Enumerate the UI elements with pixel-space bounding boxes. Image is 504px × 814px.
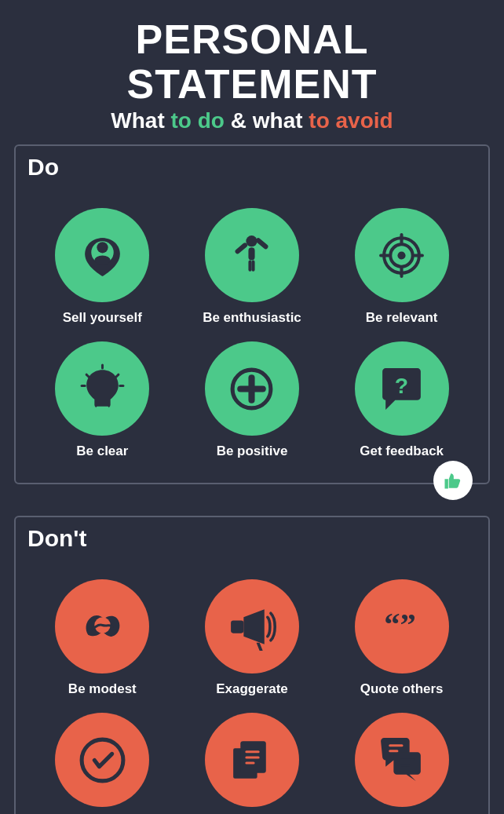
list-item: Be enthusiastic <box>181 208 323 326</box>
svg-rect-34 <box>246 750 260 753</box>
be-modest-icon <box>55 579 149 673</box>
list-item: Be relevant <box>331 208 473 326</box>
list-item: Leave it late <box>31 713 173 814</box>
sell-yourself-icon <box>55 208 149 302</box>
svg-rect-10 <box>255 237 269 250</box>
dont-section-title: Don't <box>27 525 94 552</box>
svg-rect-37 <box>389 744 403 746</box>
subtitle-avoid: to avoid <box>309 108 393 133</box>
leave-it-late-icon <box>55 713 149 807</box>
quote-others-label: Quote others <box>360 681 444 697</box>
thumbs-up-badge <box>433 461 473 500</box>
svg-point-3 <box>97 242 108 253</box>
svg-point-13 <box>398 251 406 259</box>
be-positive-label: Be positive <box>217 444 288 459</box>
be-positive-icon <box>205 341 299 436</box>
svg-rect-26 <box>238 385 267 392</box>
list-item: Worry <box>331 713 473 814</box>
svg-rect-7 <box>249 260 252 271</box>
subtitle-todo: to do <box>171 108 225 133</box>
svg-rect-39 <box>400 758 415 761</box>
svg-line-21 <box>86 374 89 377</box>
list-item: ? Get feedback <box>331 341 473 459</box>
list-item: Copy & paste <box>181 713 323 814</box>
be-relevant-label: Be relevant <box>366 310 438 326</box>
svg-rect-9 <box>235 242 249 254</box>
get-feedback-label: Get feedback <box>360 444 444 459</box>
copy-paste-icon <box>205 713 299 807</box>
subtitle-what: What <box>111 108 170 133</box>
svg-text:?: ? <box>395 372 408 397</box>
svg-text:“”: “” <box>384 607 416 642</box>
svg-rect-8 <box>252 260 255 271</box>
list-item: Exaggerate <box>181 579 323 697</box>
be-modest-label: Be modest <box>68 681 137 697</box>
svg-rect-35 <box>246 756 260 758</box>
svg-rect-40 <box>400 764 410 766</box>
subtitle-and: & what <box>231 108 309 133</box>
quote-others-icon: “” <box>355 579 449 673</box>
list-item: “” Quote others <box>331 579 473 697</box>
exaggerate-label: Exaggerate <box>216 681 288 697</box>
sell-yourself-label: Sell yourself <box>63 310 142 326</box>
svg-line-20 <box>116 374 119 377</box>
do-grid: Sell yourself Be enthusiastic <box>31 208 473 459</box>
dont-grid: Be modest Exaggerate <box>31 579 473 814</box>
list-item: Sell yourself <box>31 208 173 326</box>
be-enthusiastic-icon <box>205 208 299 302</box>
worry-icon <box>355 713 449 807</box>
list-item: Be clear <box>31 341 173 459</box>
svg-point-31 <box>82 739 123 781</box>
be-clear-label: Be clear <box>76 444 128 459</box>
do-section: Do Sell yourself <box>14 144 490 484</box>
svg-rect-18 <box>96 407 108 409</box>
get-feedback-icon: ? <box>355 341 449 436</box>
be-relevant-icon <box>355 208 449 302</box>
list-item: Be positive <box>181 341 323 459</box>
be-clear-icon <box>55 341 149 436</box>
svg-rect-6 <box>249 247 255 260</box>
svg-rect-38 <box>389 750 398 752</box>
list-item: Be modest <box>31 579 173 697</box>
svg-rect-36 <box>246 761 255 764</box>
page-title: PERSONAL STATEMENT <box>16 17 488 107</box>
header: PERSONAL STATEMENT What to do & what to … <box>0 0 504 144</box>
svg-point-5 <box>247 235 257 246</box>
page-subtitle: What to do & what to avoid <box>16 108 488 133</box>
be-enthusiastic-label: Be enthusiastic <box>203 310 301 326</box>
dont-section: Don't Be modest <box>14 516 490 814</box>
svg-point-4 <box>94 255 110 265</box>
svg-rect-29 <box>232 620 244 633</box>
do-section-title: Do <box>27 154 67 181</box>
exaggerate-icon <box>205 579 299 673</box>
